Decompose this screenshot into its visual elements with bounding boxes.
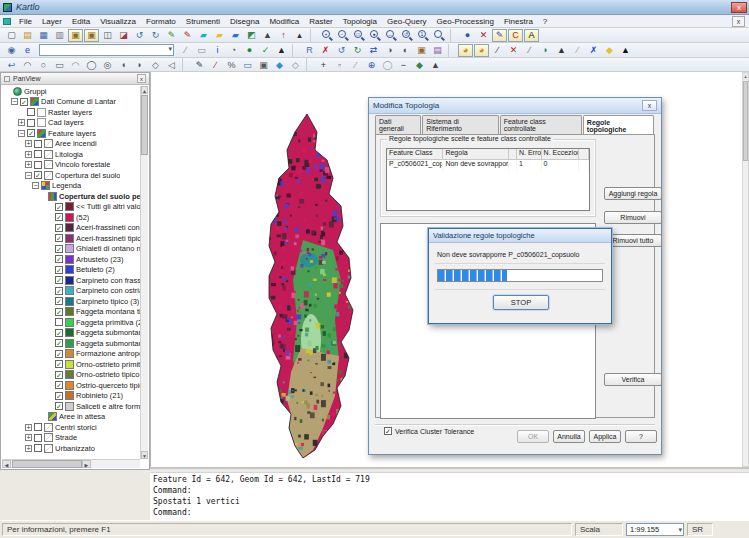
rimuovi-tutto-button[interactable]: Rimuovi tutto (604, 234, 662, 247)
menu-visualizza[interactable]: Visualizza (95, 17, 141, 26)
toolbar-button-icon[interactable]: ◇ (148, 58, 163, 71)
scroll-up-icon[interactable]: ▲ (743, 73, 748, 80)
table-header[interactable] (579, 149, 589, 160)
zoom-tool-icon[interactable]: + (322, 30, 333, 41)
tree-row[interactable]: ✓Carpineto con frassino (7) (2, 275, 141, 286)
toolbar-button-icon[interactable]: ▣ (68, 29, 83, 42)
tree-row[interactable]: +Urbanizzato (2, 443, 141, 454)
zoom-tool-icon[interactable]: ↺ (402, 30, 413, 41)
tree-row[interactable]: −✓Copertura del suolo (2, 170, 141, 181)
toolbar-button-icon[interactable]: ○ (36, 58, 51, 71)
toolbar-button-icon[interactable]: ✎ (180, 29, 195, 42)
layer-visibility-checkbox[interactable]: ✓ (55, 329, 63, 337)
menu-geo-processing[interactable]: Geo-Processing (432, 17, 499, 26)
help-button[interactable]: ? (625, 430, 657, 443)
tree-row[interactable]: −✓Dati Comune di Lantar (2, 97, 141, 108)
toolbar-button-icon[interactable]: % (224, 58, 239, 71)
cluster-tolerance-checkbox[interactable]: ✓ (384, 427, 392, 435)
toolbar-button-icon[interactable]: ↺ (334, 44, 349, 57)
expand-toggle-icon[interactable]: + (25, 434, 32, 441)
expand-toggle-icon[interactable]: − (32, 182, 39, 189)
tree-row[interactable]: ✓Faggeta submontana con ... (2, 328, 141, 339)
menu-geo-query[interactable]: Geo-Query (382, 17, 432, 26)
tree-row[interactable]: ✓Carpineto tipico (3) (2, 296, 141, 307)
layer-visibility-checkbox[interactable] (34, 444, 42, 452)
toolbar-button-icon[interactable]: ↩ (4, 58, 19, 71)
toolbar-button-icon[interactable]: ▫ (332, 58, 347, 71)
toolbar-button-icon[interactable]: ◕ (458, 44, 473, 57)
toolbar-button-icon[interactable]: ▲ (428, 58, 443, 71)
tree-row[interactable]: ✓(52) (2, 212, 141, 223)
layer-visibility-checkbox[interactable]: ✓ (55, 245, 63, 253)
table-header[interactable] (509, 149, 517, 160)
toolbar-button-icon[interactable]: ✗ (586, 44, 601, 57)
tree-row[interactable]: −✓Feature layers (2, 128, 141, 139)
applica-button[interactable]: Applica (589, 430, 621, 443)
toolbar-button-icon[interactable]: ∕ (208, 58, 223, 71)
expand-toggle-icon[interactable]: − (11, 98, 18, 105)
annulla-button[interactable]: Annulla (553, 430, 585, 443)
scale-combo[interactable]: 1:99.155 (626, 523, 684, 536)
menu-file[interactable]: File (14, 17, 37, 26)
toolbar-button-icon[interactable]: ▤ (20, 29, 35, 42)
layer-visibility-checkbox[interactable]: ✓ (55, 392, 63, 400)
verifica-button[interactable]: Verifica (604, 373, 662, 386)
layer-visibility-checkbox[interactable]: ✓ (55, 339, 63, 347)
toolbar-button-icon[interactable]: ∕ (522, 44, 537, 57)
zoom-tool-icon[interactable]: − (338, 30, 349, 41)
layer-visibility-checkbox[interactable] (55, 318, 63, 326)
toolbar-button-icon[interactable]: ◁ (164, 58, 179, 71)
layer-visibility-checkbox[interactable]: ✓ (55, 381, 63, 389)
ok-button[interactable]: OK (517, 430, 549, 443)
zoom-tool-icon[interactable]: ↔ (386, 30, 397, 41)
layer-visibility-checkbox[interactable]: ✓ (55, 234, 63, 242)
menu-finestra[interactable]: Finestra (499, 17, 538, 26)
tree-row[interactable]: +Centri storici (2, 422, 141, 433)
toolbar-button-icon[interactable]: ◯ (84, 58, 99, 71)
tree-row[interactable]: ✓Faggeta montana tipica es... (2, 307, 141, 318)
toolbar-button-icon[interactable]: ▲ (618, 44, 633, 57)
menu-strumenti[interactable]: Strumenti (181, 17, 225, 26)
menu-modifica[interactable]: Modifica (264, 17, 304, 26)
tree-row[interactable]: ✓<< Tutti gli altri valori >> ( (2, 202, 141, 213)
toolbar-button-icon[interactable]: ▭ (240, 58, 255, 71)
layer-visibility-checkbox[interactable]: ✓ (20, 98, 28, 106)
toolbar-button-icon[interactable]: A (524, 29, 539, 42)
tree-row[interactable]: ✓Carpineto con ostria (6) (2, 286, 141, 297)
tree-row[interactable]: +Strade (2, 433, 141, 444)
toolbar-button-icon[interactable]: ▣ (84, 29, 99, 42)
table-header[interactable]: Feature Class (387, 149, 443, 160)
toolbar-button-icon[interactable]: ⊕ (364, 58, 379, 71)
toolbar-button-icon[interactable]: ▭ (52, 58, 67, 71)
tree-row[interactable]: ✓Betuleto (2) (2, 265, 141, 276)
layer-visibility-checkbox[interactable]: ✓ (55, 266, 63, 274)
expand-toggle-icon[interactable]: + (18, 119, 25, 126)
toolbar-button-icon[interactable]: ⇄ (366, 44, 381, 57)
toolbar-button-icon[interactable]: ● (242, 44, 257, 57)
toolbar-button-icon[interactable]: ▰ (196, 29, 211, 42)
layer-visibility-checkbox[interactable] (27, 108, 35, 116)
layer-visibility-checkbox[interactable]: ✓ (55, 255, 63, 263)
toolbar-button-icon[interactable]: ∕ (348, 58, 363, 71)
toolbar-button-icon[interactable]: ◐ (398, 44, 413, 57)
toolbar-button-icon[interactable]: ◑ (382, 44, 397, 57)
layer-visibility-checkbox[interactable]: ✓ (55, 308, 63, 316)
layer-visibility-checkbox[interactable] (34, 150, 42, 158)
scroll-down-icon[interactable]: ▼ (141, 451, 148, 459)
tree-row[interactable]: Copertura del suolo per TIPO (2, 191, 141, 202)
layer-visibility-checkbox[interactable]: ✓ (27, 129, 35, 137)
toolbar-button-icon[interactable]: ◆ (272, 58, 287, 71)
scroll-up-icon[interactable]: ▲ (141, 86, 148, 94)
toolbar-button-icon[interactable]: ✎ (192, 58, 207, 71)
tree-row[interactable]: −Legenda (2, 181, 141, 192)
toolbar-button-icon[interactable]: ▲ (554, 44, 569, 57)
table-header[interactable]: Regola (443, 149, 509, 160)
tree-row[interactable]: ✓Saliceti e altre formazioni r... (2, 401, 141, 412)
layer-visibility-checkbox[interactable]: ✓ (55, 350, 63, 358)
toolbar-button-icon[interactable]: R (302, 44, 317, 57)
tree-row[interactable]: ✓Robinieto (21) (2, 391, 141, 402)
menu-?[interactable]: ? (538, 17, 552, 26)
tab-dati-generali[interactable]: Dati generali (375, 115, 421, 134)
tree-vertical-scrollbar[interactable]: ▲ ▼ (140, 86, 148, 459)
tree-row[interactable]: ✓Orno-ostrieto primitivo (1) (2, 359, 141, 370)
